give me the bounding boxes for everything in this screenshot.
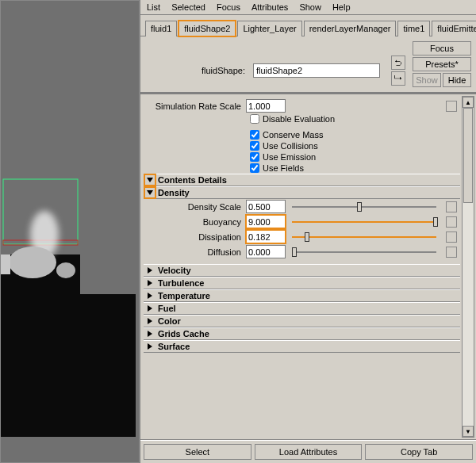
turbulence-label: Turbulence (158, 278, 204, 288)
use-fields-checkbox[interactable] (250, 163, 259, 173)
sim-rate-input[interactable] (246, 99, 286, 113)
menubar: List Selected Focus Attributes Show Help (140, 0, 476, 15)
tab-time1[interactable]: time1 (397, 21, 430, 36)
chevron-right-icon (145, 329, 155, 339)
use-collisions-checkbox[interactable] (250, 141, 259, 151)
chevron-down-icon (145, 175, 155, 185)
presets-button[interactable]: Presets* (413, 57, 471, 71)
section-turbulence[interactable]: Turbulence (144, 277, 460, 289)
section-contents-details[interactable]: Contents Details (144, 174, 460, 186)
use-fields-label: Use Fields (263, 163, 304, 173)
go-down-icon[interactable]: ⮡ (391, 71, 405, 86)
scrollbar[interactable]: ▲ ▼ (462, 96, 474, 438)
section-color[interactable]: Color (144, 315, 460, 327)
section-density[interactable]: Density (144, 186, 460, 199)
diffusion-input[interactable] (246, 245, 286, 258)
chevron-right-icon (145, 316, 155, 326)
tab-fluidemitter1[interactable]: fluidEmitter1 (432, 21, 476, 36)
viewport (1, 1, 139, 462)
section-fuel[interactable]: Fuel (144, 302, 460, 315)
section-velocity[interactable]: Velocity (144, 264, 460, 277)
section-surface[interactable]: Surface (144, 340, 460, 353)
chevron-right-icon (145, 266, 155, 275)
dissipation-input[interactable] (246, 230, 286, 243)
menu-show[interactable]: Show (298, 2, 323, 13)
surface-label: Surface (158, 342, 190, 351)
temperature-label: Temperature (158, 291, 210, 300)
buoyancy-input[interactable] (246, 215, 286, 228)
attribute-editor: List Selected Focus Attributes Show Help… (140, 0, 476, 463)
dissipation-label: Dissipation (147, 232, 246, 242)
sim-rate-label: Simulation Rate Scale (147, 101, 246, 111)
focus-button[interactable]: Focus (413, 41, 471, 55)
hide-button[interactable]: Hide (443, 73, 471, 87)
swatch-icon[interactable] (446, 232, 457, 243)
go-up-icon[interactable]: ⮌ (391, 55, 405, 70)
conserve-mass-label: Conserve Mass (263, 130, 323, 140)
load-attributes-button[interactable]: Load Attributes (255, 444, 363, 460)
scroll-up-icon[interactable]: ▲ (463, 97, 474, 108)
grids-cache-label: Grids Cache (158, 329, 209, 339)
swatch-icon[interactable] (446, 201, 457, 212)
density-scale-input[interactable] (246, 200, 286, 213)
color-label: Color (158, 316, 181, 326)
svg-point-4 (56, 262, 75, 278)
menu-list[interactable]: List (145, 2, 162, 13)
chevron-down-icon (145, 188, 155, 197)
buoyancy-slider[interactable] (292, 221, 436, 223)
section-temperature[interactable]: Temperature (144, 289, 460, 302)
buoyancy-label: Buoyancy (147, 217, 246, 227)
scroll-down-icon[interactable]: ▼ (463, 426, 474, 437)
copy-tab-button[interactable]: Copy Tab (365, 444, 473, 460)
swatch-icon[interactable] (446, 101, 457, 112)
diffusion-slider[interactable] (292, 251, 436, 253)
tab-fluidshape2[interactable]: fluidShape2 (178, 21, 236, 36)
dissipation-slider[interactable] (292, 236, 436, 238)
svg-rect-5 (1, 254, 10, 274)
tab-fluid1[interactable]: fluid1 (145, 21, 177, 36)
chevron-right-icon (145, 342, 155, 351)
node-tabs: fluid1 fluidShape2 Lighter_Layer renderL… (140, 15, 476, 36)
density-scale-slider[interactable] (292, 206, 436, 208)
conserve-mass-checkbox[interactable] (250, 130, 259, 140)
density-label: Density (158, 188, 190, 197)
viewport-panel[interactable] (0, 0, 140, 463)
section-grids-cache[interactable]: Grids Cache (144, 327, 460, 340)
disable-evaluation-label: Disable Evaluation (263, 114, 335, 124)
tab-lighter-layer[interactable]: Lighter_Layer (237, 21, 301, 36)
fuel-label: Fuel (158, 304, 176, 313)
density-scale-label: Density Scale (147, 202, 246, 212)
velocity-label: Velocity (158, 266, 191, 275)
bottom-bar: Select Load Attributes Copy Tab (140, 440, 476, 463)
diffusion-label: Diffusion (147, 247, 246, 257)
chevron-right-icon (145, 304, 155, 313)
scrollbar-thumb[interactable] (463, 108, 473, 203)
menu-help[interactable]: Help (331, 2, 352, 13)
use-emission-checkbox[interactable] (250, 152, 259, 162)
svg-point-3 (9, 247, 56, 278)
show-button[interactable]: Show (413, 73, 441, 87)
disable-evaluation-checkbox[interactable] (250, 114, 259, 124)
contents-details-label: Contents Details (158, 175, 227, 185)
chevron-right-icon (145, 291, 155, 300)
menu-selected[interactable]: Selected (170, 2, 207, 13)
select-button[interactable]: Select (144, 444, 251, 460)
swatch-icon[interactable] (446, 247, 457, 258)
tab-renderlayermanager[interactable]: renderLayerManager (304, 21, 397, 36)
node-name-input[interactable] (253, 63, 380, 78)
chevron-right-icon (145, 278, 155, 288)
menu-focus[interactable]: Focus (215, 2, 242, 13)
swatch-icon[interactable] (446, 216, 457, 228)
menu-attributes[interactable]: Attributes (250, 2, 290, 13)
use-collisions-label: Use Collisions (263, 141, 318, 151)
node-type-label: fluidShape: (145, 66, 248, 75)
use-emission-label: Use Emission (263, 152, 316, 162)
